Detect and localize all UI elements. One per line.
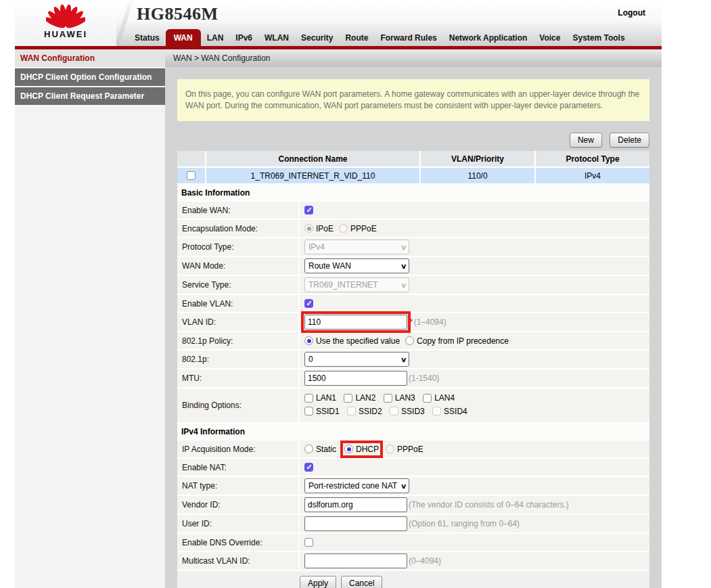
mtu-hint: (1-1540) <box>409 374 439 383</box>
sidebar-item-dhcp-client-request-parameter[interactable]: DHCP Client Request Parameter <box>15 87 165 105</box>
user-id-hint: (Option 61, ranging from 0–64) <box>409 519 520 528</box>
form-row-enable-vlan: Enable VLAN: <box>177 295 649 312</box>
apply-button[interactable]: Apply <box>300 576 336 588</box>
vlan-priority-cell: 110/0 <box>421 168 534 183</box>
logout-link[interactable]: Logout <box>618 8 645 18</box>
sidebar: WAN Configuration DHCP Client Option Con… <box>15 49 165 588</box>
copy-from-ip-precedence-radio[interactable] <box>405 336 414 345</box>
dhcp-radio[interactable] <box>344 445 353 453</box>
tab-security[interactable]: Security <box>295 29 339 46</box>
tab-system-tools[interactable]: System Tools <box>566 29 630 46</box>
vendor-id-input[interactable] <box>304 497 407 512</box>
router-admin-page: HUAWEI HG8546M Logout Status WAN LAN IPv… <box>15 0 702 588</box>
select-column-header <box>177 151 205 166</box>
table-toolbar: New Delete <box>177 133 649 148</box>
tab-forward-rules[interactable]: Forward Rules <box>374 29 442 46</box>
multicast-vlan-id-input[interactable] <box>304 553 407 568</box>
vlan-id-hint: (1–4094) <box>414 317 446 327</box>
required-asterisk: * <box>409 317 413 327</box>
tab-ipv6[interactable]: IPv6 <box>229 29 258 46</box>
8021p-select[interactable]: 0∨ <box>304 352 409 367</box>
multicast-vlan-id-hint: (0–4094) <box>409 556 441 566</box>
form-row-multicast-vlan-id: Multicast VLAN ID: (0–4094) <box>177 552 649 570</box>
chevron-down-icon: ∨ <box>400 244 407 251</box>
sidebar-item-wan-configuration[interactable]: WAN Configuration <box>15 49 165 67</box>
tab-wlan[interactable]: WLAN <box>258 29 295 46</box>
protocol-type-header: Protocol Type <box>536 151 649 166</box>
page-title: HG8546M <box>137 4 219 24</box>
wan-mode-select[interactable]: Route WAN∨ <box>304 258 409 273</box>
lan2-checkbox[interactable] <box>344 394 352 403</box>
enable-dns-override-checkbox[interactable] <box>304 538 313 547</box>
chevron-down-icon: ∨ <box>400 482 407 490</box>
form-row-wan-mode: WAN Mode: Route WAN∨ <box>177 257 649 275</box>
binding-lan-row: LAN1 LAN2 LAN3 LAN4 <box>304 393 460 405</box>
form-row-8021p: 802.1p: 0∨ <box>177 350 649 368</box>
wan-configuration-table: Connection Name VLAN/Priority Protocol T… <box>177 151 649 588</box>
chevron-down-icon: ∨ <box>400 281 407 289</box>
static-radio[interactable] <box>304 445 313 453</box>
content-area: On this page, you can configure WAN port… <box>165 67 662 588</box>
cancel-button[interactable]: Cancel <box>341 576 382 588</box>
huawei-flower-icon <box>46 1 85 28</box>
lan4-checkbox[interactable] <box>423 394 432 403</box>
form-row-8021p-policy: 802.1p Policy: Use the specified value C… <box>177 332 649 349</box>
form-row-ip-acquisition-mode: IP Acquisition Mode: Static DHCP PPPoE <box>177 440 649 457</box>
tab-status[interactable]: Status <box>129 29 166 46</box>
mtu-input[interactable] <box>304 371 407 386</box>
vendor-id-hint: (The vendor ID consists of 0–64 characte… <box>409 500 569 510</box>
form-row-protocol-type: Protocol Type: IPv4∨ <box>177 238 649 256</box>
ssid2-checkbox <box>347 407 356 415</box>
lan1-checkbox[interactable] <box>304 394 313 403</box>
connection-table-header: Connection Name VLAN/Priority Protocol T… <box>177 151 649 166</box>
tab-route[interactable]: Route <box>339 29 374 46</box>
chevron-down-icon: ∨ <box>400 356 407 363</box>
chevron-down-icon: ∨ <box>400 263 407 270</box>
protocol-type-cell: IPv4 <box>536 168 649 183</box>
main-nav: Status WAN LAN IPv6 WLAN Security Route … <box>129 29 631 46</box>
form-row-vendor-id: Vendor ID: (The vendor ID consists of 0–… <box>177 496 649 514</box>
nat-type-select[interactable]: Port-restricted cone NAT∨ <box>304 478 409 493</box>
ssid3-checkbox <box>390 407 398 415</box>
user-id-input[interactable] <box>304 516 407 531</box>
connection-name-cell: 1_TR069_INTERNET_R_VID_110 <box>206 168 419 183</box>
ssid1-checkbox[interactable] <box>304 407 313 415</box>
form-row-encapsulation-mode: Encapsulation Mode: IPoE PPPoE <box>177 220 649 237</box>
form-row-vlan-id: VLAN ID: *(1–4094) <box>177 313 649 331</box>
enable-vlan-checkbox[interactable] <box>304 299 313 308</box>
main-panel: WAN > WAN Configuration On this page, yo… <box>165 49 662 588</box>
use-specified-value-radio[interactable] <box>304 336 313 345</box>
vlan-priority-header: VLAN/Priority <box>421 151 534 166</box>
tab-voice[interactable]: Voice <box>533 29 566 46</box>
breadcrumb: WAN > WAN Configuration <box>165 49 662 67</box>
delete-button[interactable]: Delete <box>610 133 649 148</box>
form-row-service-type: Service Type: TR069_INTERNET∨ <box>177 276 649 294</box>
tab-network-application[interactable]: Network Application <box>443 29 534 46</box>
new-button[interactable]: New <box>570 133 602 148</box>
form-row-nat-type: NAT type: Port-restricted cone NAT∨ <box>177 477 649 495</box>
form-actions: Apply Cancel <box>177 571 649 588</box>
vlan-id-input[interactable] <box>304 315 407 330</box>
section-ipv4-information: IPv4 Information <box>177 424 649 439</box>
connection-row-checkbox[interactable] <box>187 171 196 180</box>
binding-ssid-row: SSID1 SSID2 SSID3 SSID4 <box>304 407 473 418</box>
form-row-enable-nat: Enable NAT: <box>177 459 649 476</box>
connection-table-row: 1_TR069_INTERNET_R_VID_110 110/0 IPv4 <box>177 168 649 183</box>
huawei-logo: HUAWEI <box>15 0 116 46</box>
tab-lan[interactable]: LAN <box>201 29 230 46</box>
enable-wan-checkbox[interactable] <box>304 206 313 214</box>
form-row-user-id: User ID: (Option 61, ranging from 0–64) <box>177 515 649 533</box>
ssid4-checkbox <box>432 407 441 415</box>
page-info-box: On this page, you can configure WAN port… <box>177 79 649 121</box>
huawei-brand-text: HUAWEI <box>44 29 87 39</box>
tab-wan[interactable]: WAN <box>166 29 201 46</box>
protocol-type-select: IPv4∨ <box>304 240 409 254</box>
lan3-checkbox[interactable] <box>384 394 392 403</box>
header: HUAWEI HG8546M Logout Status WAN LAN IPv… <box>15 0 662 46</box>
form-row-mtu: MTU: (1-1540) <box>177 369 649 387</box>
form-row-binding-options: Binding Options: LAN1 LAN2 LAN3 LAN4 SSI… <box>177 388 649 422</box>
connection-name-header: Connection Name <box>206 151 419 166</box>
sidebar-item-dhcp-client-option-configuration[interactable]: DHCP Client Option Configuration <box>15 68 165 86</box>
enable-nat-checkbox[interactable] <box>304 463 313 472</box>
section-basic-information: Basic Information <box>177 185 649 200</box>
